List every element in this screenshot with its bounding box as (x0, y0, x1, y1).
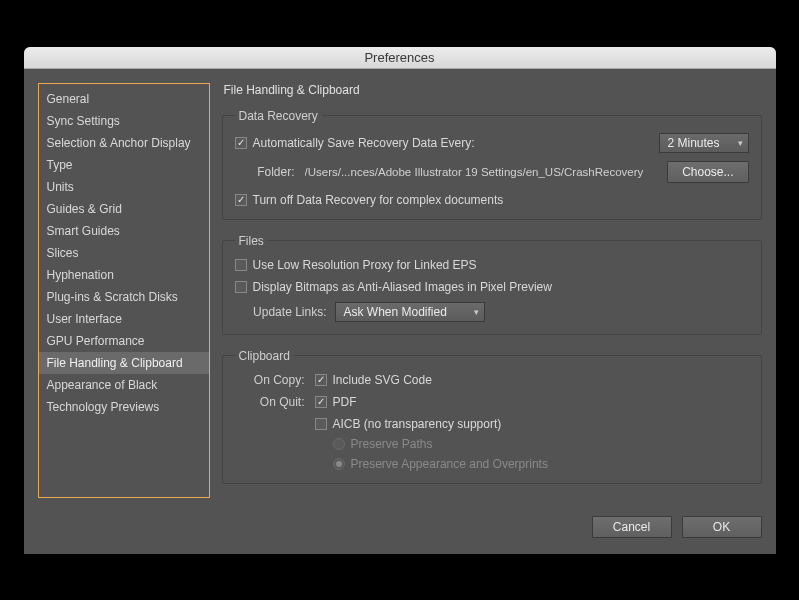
preserve-appearance-radio (333, 458, 345, 470)
preferences-window: Preferences General Sync Settings Select… (24, 47, 776, 554)
auto-save-checkbox[interactable]: ✓ (235, 137, 247, 149)
auto-save-label: Automatically Save Recovery Data Every: (253, 136, 475, 150)
sidebar-item-guides-grid[interactable]: Guides & Grid (39, 198, 209, 220)
aicb-checkbox[interactable] (315, 418, 327, 430)
sidebar-item-plugins-scratch[interactable]: Plug-ins & Scratch Disks (39, 286, 209, 308)
on-copy-label: On Copy: (235, 373, 305, 387)
preserve-paths-label: Preserve Paths (351, 437, 433, 451)
sidebar-item-technology-previews[interactable]: Technology Previews (39, 396, 209, 418)
category-sidebar: General Sync Settings Selection & Anchor… (38, 83, 210, 498)
sidebar-item-selection-anchor[interactable]: Selection & Anchor Display (39, 132, 209, 154)
turn-off-complex-checkbox[interactable]: ✓ (235, 194, 247, 206)
sidebar-item-hyphenation[interactable]: Hyphenation (39, 264, 209, 286)
files-legend: Files (235, 234, 268, 248)
sidebar-item-smart-guides[interactable]: Smart Guides (39, 220, 209, 242)
sidebar-item-general[interactable]: General (39, 88, 209, 110)
sidebar-item-user-interface[interactable]: User Interface (39, 308, 209, 330)
turn-off-complex-label: Turn off Data Recovery for complex docum… (253, 193, 504, 207)
preserve-paths-radio (333, 438, 345, 450)
window-titlebar: Preferences (24, 47, 776, 69)
anti-aliased-bitmaps-checkbox[interactable] (235, 281, 247, 293)
preserve-appearance-label: Preserve Appearance and Overprints (351, 457, 548, 471)
main-panel: File Handling & Clipboard Data Recovery … (222, 83, 762, 498)
sidebar-item-appearance-black[interactable]: Appearance of Black (39, 374, 209, 396)
aicb-label: AICB (no transparency support) (333, 417, 502, 431)
sidebar-item-file-handling-clipboard[interactable]: File Handling & Clipboard (39, 352, 209, 374)
panel-title: File Handling & Clipboard (222, 83, 762, 97)
recovery-interval-select[interactable]: 2 Minutes (659, 133, 749, 153)
on-quit-label: On Quit: (235, 395, 305, 471)
folder-path: /Users/...nces/Adobe Illustrator 19 Sett… (305, 166, 658, 178)
clipboard-group: Clipboard On Copy: ✓ Include SVG Code On… (222, 349, 762, 484)
sidebar-item-gpu-performance[interactable]: GPU Performance (39, 330, 209, 352)
low-res-proxy-label: Use Low Resolution Proxy for Linked EPS (253, 258, 477, 272)
dialog-footer: Cancel OK (24, 506, 776, 554)
include-svg-label: Include SVG Code (333, 373, 432, 387)
sidebar-item-type[interactable]: Type (39, 154, 209, 176)
content-area: General Sync Settings Selection & Anchor… (24, 69, 776, 506)
sidebar-item-sync-settings[interactable]: Sync Settings (39, 110, 209, 132)
anti-aliased-bitmaps-label: Display Bitmaps as Anti-Aliased Images i… (253, 280, 552, 294)
data-recovery-group: Data Recovery ✓ Automatically Save Recov… (222, 109, 762, 220)
choose-folder-button[interactable]: Choose... (667, 161, 748, 183)
low-res-proxy-checkbox[interactable] (235, 259, 247, 271)
pdf-label: PDF (333, 395, 357, 409)
data-recovery-legend: Data Recovery (235, 109, 322, 123)
ok-button[interactable]: OK (682, 516, 762, 538)
clipboard-legend: Clipboard (235, 349, 294, 363)
update-links-label: Update Links: (235, 305, 327, 319)
files-group: Files Use Low Resolution Proxy for Linke… (222, 234, 762, 335)
update-links-select[interactable]: Ask When Modified (335, 302, 485, 322)
sidebar-item-units[interactable]: Units (39, 176, 209, 198)
folder-label: Folder: (235, 165, 295, 179)
include-svg-checkbox[interactable]: ✓ (315, 374, 327, 386)
sidebar-item-slices[interactable]: Slices (39, 242, 209, 264)
pdf-checkbox[interactable]: ✓ (315, 396, 327, 408)
window-title: Preferences (364, 50, 434, 65)
cancel-button[interactable]: Cancel (592, 516, 672, 538)
